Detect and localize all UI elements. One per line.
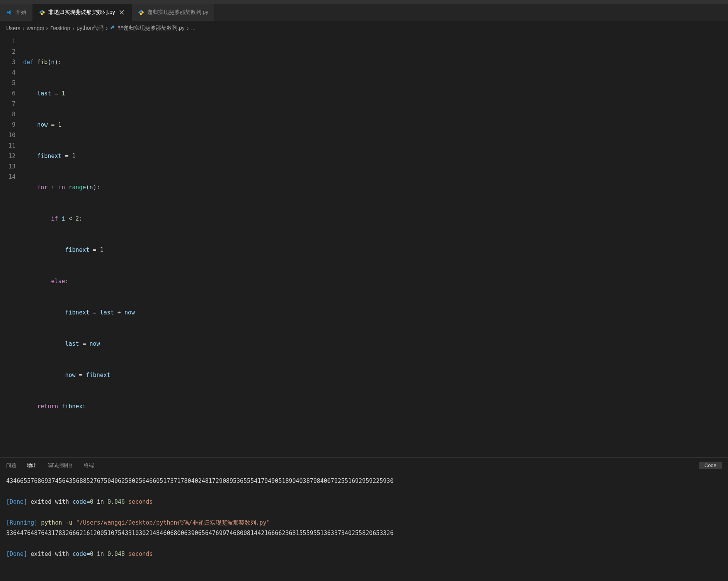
output-line — [6, 539, 722, 549]
breadcrumb-segment[interactable]: python代码 — [77, 25, 104, 32]
tab-file-inactive[interactable]: 递归实现斐波那契数列.py — [132, 4, 215, 21]
breadcrumb-segment[interactable]: Desktop — [50, 25, 70, 31]
line-number: 14 — [0, 172, 23, 182]
python-icon — [39, 9, 45, 15]
output-channel-dropdown[interactable]: Code — [699, 462, 722, 469]
vscode-icon — [6, 9, 12, 15]
tab-welcome-label: 开始 — [15, 9, 26, 16]
breadcrumb-segment[interactable]: wangqi — [27, 25, 44, 31]
code-line[interactable]: last = now — [23, 339, 728, 349]
output-line: [Done] exited with code=0 in 0.048 secon… — [6, 549, 722, 559]
code-line[interactable]: for i in range(n): — [23, 182, 728, 193]
python-icon — [110, 25, 116, 31]
close-icon[interactable] — [118, 9, 125, 16]
code-line[interactable]: last = 1 — [23, 88, 728, 99]
chevron-right-icon: › — [23, 25, 25, 31]
code-line[interactable]: now = 1 — [23, 120, 728, 130]
breadcrumb-segment[interactable]: 非递归实现斐波那契数列.py — [118, 25, 185, 32]
code-line[interactable]: now = fibnext — [23, 370, 728, 381]
python-icon — [138, 9, 144, 15]
output-line: 3364476487643178326662161200510754331030… — [6, 528, 722, 539]
chevron-right-icon: › — [46, 25, 48, 31]
editor[interactable]: 1 2 3 4 5 6 7 8 9 10 11 12 13 14 def fib… — [0, 36, 728, 457]
code-line[interactable]: if i < 2: — [23, 214, 728, 224]
code-line[interactable] — [23, 433, 728, 443]
chevron-right-icon: › — [73, 25, 75, 31]
line-number: 6 — [0, 88, 23, 99]
line-number: 10 — [0, 130, 23, 141]
tab-welcome[interactable]: 开始 — [0, 4, 33, 21]
title-bar — [0, 0, 728, 4]
line-number: 1 — [0, 36, 23, 47]
output-line: 4346655768693745643568852767504062580256… — [6, 476, 722, 486]
code-line[interactable]: fibnext = last + now — [23, 307, 728, 318]
bottom-panel: 问题 输出 调试控制台 终端 Code 43466557686937456435… — [0, 457, 728, 581]
panel-tab-debug[interactable]: 调试控制台 — [48, 462, 73, 469]
panel-tab-terminal[interactable]: 终端 — [84, 462, 94, 469]
output-line — [6, 507, 722, 518]
tab-file-active[interactable]: 非递归实现斐波那契数列.py — [33, 4, 132, 21]
line-number: 9 — [0, 120, 23, 130]
breadcrumb-segment[interactable]: Users — [6, 25, 20, 31]
code-line[interactable]: else: — [23, 276, 728, 287]
line-number-gutter: 1 2 3 4 5 6 7 8 9 10 11 12 13 14 — [0, 36, 23, 457]
tab-file-inactive-label: 递归实现斐波那契数列.py — [147, 9, 209, 16]
code-content[interactable]: def fib(n): last = 1 now = 1 fibnext = 1… — [23, 36, 728, 457]
breadcrumb-segment[interactable]: ... — [191, 25, 196, 31]
tab-file-active-label: 非递归实现斐波那契数列.py — [48, 9, 115, 16]
line-number: 12 — [0, 151, 23, 161]
panel-tab-problems[interactable]: 问题 — [6, 462, 16, 469]
line-number: 11 — [0, 141, 23, 151]
code-line[interactable]: return fibnext — [23, 401, 728, 412]
output-line: [Running] python -u "/Users/wangqi/Deskt… — [6, 518, 722, 528]
chevron-right-icon: › — [106, 25, 108, 31]
code-line[interactable]: fibnext = 1 — [23, 245, 728, 255]
output-line: [Done] exited with code=0 in 0.046 secon… — [6, 497, 722, 507]
code-line[interactable]: def fib(n): — [23, 57, 728, 68]
breadcrumbs[interactable]: Users › wangqi › Desktop › python代码 › 非递… — [0, 21, 728, 36]
output-line — [6, 486, 722, 497]
line-number: 4 — [0, 68, 23, 78]
chevron-right-icon: › — [187, 25, 189, 31]
line-number: 13 — [0, 161, 23, 172]
code-line[interactable]: fibnext = 1 — [23, 151, 728, 161]
tabs-bar: 开始 非递归实现斐波那契数列.py 递归实现斐波那契数列.py — [0, 4, 728, 21]
output-content[interactable]: 4346655768693745643568852767504062580256… — [0, 473, 728, 581]
panel-tabs: 问题 输出 调试控制台 终端 Code — [0, 458, 728, 473]
line-number: 3 — [0, 57, 23, 68]
line-number: 7 — [0, 99, 23, 109]
line-number: 5 — [0, 78, 23, 88]
line-number: 8 — [0, 109, 23, 120]
line-number: 2 — [0, 47, 23, 57]
panel-tab-output[interactable]: 输出 — [27, 462, 37, 469]
